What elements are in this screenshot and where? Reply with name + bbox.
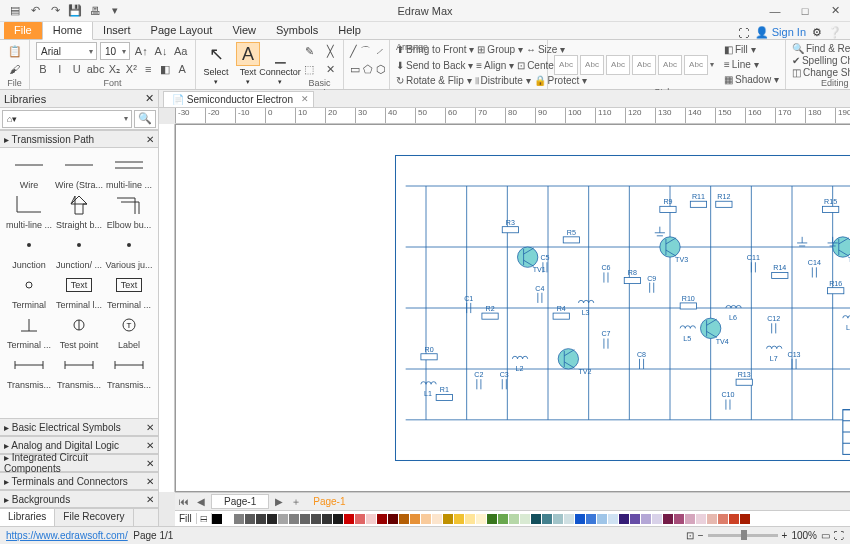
color-swatch[interactable] xyxy=(421,514,431,524)
color-swatch[interactable] xyxy=(212,514,222,524)
font-btn[interactable]: B xyxy=(36,60,50,78)
color-swatch[interactable] xyxy=(553,514,563,524)
color-swatch[interactable] xyxy=(575,514,585,524)
color-swatch[interactable] xyxy=(333,514,343,524)
zoom-full-icon[interactable]: ⛶ xyxy=(834,530,844,541)
shape-wirestra[interactable]: Wire (Stra... xyxy=(54,152,104,190)
zoom-page-icon[interactable]: ▭ xyxy=(821,530,830,541)
color-swatch[interactable] xyxy=(663,514,673,524)
color-swatch[interactable] xyxy=(520,514,530,524)
select-tool[interactable]: ↖Select▾ xyxy=(200,42,232,86)
lib-search-icon[interactable]: 🔍 xyxy=(134,110,156,128)
minimize-button[interactable]: — xyxy=(760,0,790,22)
libraries-close-icon[interactable]: ✕ xyxy=(145,92,154,105)
shape-multiline[interactable]: multi-line ... xyxy=(104,152,154,190)
shape-terminal[interactable]: Terminal xyxy=(4,272,54,310)
tool-icon[interactable]: ⬚ xyxy=(300,60,318,78)
shape-icon[interactable]: ⌒ xyxy=(360,42,371,60)
font-grow-icon[interactable]: A↑ xyxy=(133,42,150,60)
color-swatch[interactable] xyxy=(740,514,750,524)
color-swatch[interactable] xyxy=(388,514,398,524)
menu-tab-help[interactable]: Help xyxy=(328,21,371,39)
tool-icon[interactable]: ╳ xyxy=(321,42,339,60)
color-swatch[interactable] xyxy=(322,514,332,524)
nofill-swatch[interactable]: □ xyxy=(197,513,212,524)
shape-testpoint[interactable]: Test point xyxy=(54,312,104,350)
shape-transmis[interactable]: Transmis... xyxy=(54,352,104,390)
page-tab[interactable]: Page-1 xyxy=(211,494,269,509)
color-swatch[interactable] xyxy=(630,514,640,524)
color-swatch[interactable] xyxy=(223,514,233,524)
shape-icon[interactable]: ╱ xyxy=(350,42,357,60)
find-replace-button[interactable]: 🔍 Find & Replace xyxy=(792,42,850,54)
qa-redo-icon[interactable]: ↷ xyxy=(48,4,62,18)
line-button[interactable]: ≡ Line ▾ xyxy=(724,57,779,72)
paste-icon[interactable]: 📋 xyxy=(6,42,23,60)
spell-check-button[interactable]: ✔ Spelling Check xyxy=(792,54,850,66)
shape-straightb[interactable]: Straight b... xyxy=(54,192,104,230)
color-swatch[interactable] xyxy=(696,514,706,524)
page-first-icon[interactable]: ⏮ xyxy=(175,496,193,507)
color-swatch[interactable] xyxy=(586,514,596,524)
font-btn[interactable]: A xyxy=(175,60,189,78)
arrange-rotateflip[interactable]: ↻ Rotate & Flip ▾ xyxy=(396,73,472,88)
font-btn[interactable]: abc xyxy=(87,60,105,78)
shape-wire[interactable]: Wire xyxy=(4,152,54,190)
color-swatch[interactable] xyxy=(256,514,266,524)
tool-icon[interactable]: ✎ xyxy=(300,42,318,60)
font-btn[interactable]: X₂ xyxy=(107,60,121,78)
style-preset[interactable]: Abc xyxy=(632,55,656,75)
color-swatch[interactable] xyxy=(542,514,552,524)
shape-icon[interactable]: ⟋ xyxy=(374,42,385,60)
lib-tab[interactable]: File Recovery xyxy=(55,509,133,526)
style-preset[interactable]: Abc xyxy=(554,55,578,75)
change-shape-button[interactable]: ◫ Change Shape ▾ xyxy=(792,66,850,78)
qa-undo-icon[interactable]: ↶ xyxy=(28,4,42,18)
arrange-group[interactable]: ⊞ Group ▾ xyxy=(477,42,523,57)
menu-tab-view[interactable]: View xyxy=(222,21,266,39)
fullscreen-icon[interactable]: ⛶ xyxy=(738,27,749,39)
color-swatch[interactable] xyxy=(355,514,365,524)
shape-multiline[interactable]: multi-line ... xyxy=(4,192,54,230)
color-swatch[interactable] xyxy=(289,514,299,524)
shape-label[interactable]: TLabel xyxy=(104,312,154,350)
shadow-button[interactable]: ▦ Shadow ▾ xyxy=(724,72,779,87)
lib-cat-backgrounds[interactable]: ▸ Backgrounds✕ xyxy=(0,490,158,508)
font-case-icon[interactable]: Aa xyxy=(172,42,189,60)
connector-tool[interactable]: ⎯Connector▾ xyxy=(264,42,296,86)
color-swatch[interactable] xyxy=(509,514,519,524)
font-btn[interactable]: I xyxy=(53,60,67,78)
color-swatch[interactable] xyxy=(366,514,376,524)
qa-print-icon[interactable]: 🖶 xyxy=(88,4,102,18)
font-btn[interactable]: X² xyxy=(124,60,138,78)
qa-save-icon[interactable]: 💾 xyxy=(68,4,82,18)
qa-more-icon[interactable]: ▾ xyxy=(108,4,122,18)
doc-tab-close-icon[interactable]: ✕ xyxy=(301,94,309,104)
color-swatch[interactable] xyxy=(278,514,288,524)
color-swatch[interactable] xyxy=(245,514,255,524)
menu-tab-page-layout[interactable]: Page Layout xyxy=(141,21,223,39)
color-swatch[interactable] xyxy=(619,514,629,524)
signin-link[interactable]: 👤 Sign In xyxy=(755,26,806,39)
menu-tab-symbols[interactable]: Symbols xyxy=(266,21,328,39)
shape-elbowbu[interactable]: Elbow bu... xyxy=(104,192,154,230)
style-preset[interactable]: Abc xyxy=(606,55,630,75)
font-btn[interactable]: U xyxy=(70,60,84,78)
font-btn[interactable]: ◧ xyxy=(158,60,172,78)
status-url[interactable]: https://www.edrawsoft.com/ xyxy=(6,530,128,541)
shape-variousju[interactable]: Various ju... xyxy=(104,232,154,270)
lib-cat-close-icon[interactable]: ✕ xyxy=(146,134,154,145)
color-swatch[interactable] xyxy=(465,514,475,524)
shape-junction[interactable]: Junction/ ... xyxy=(54,232,104,270)
lib-cat-integratedcircuitcomponents[interactable]: ▸ Integrated Circuit Components✕ xyxy=(0,454,158,472)
page-prev-icon[interactable]: ◀ xyxy=(193,496,209,507)
color-swatch[interactable] xyxy=(476,514,486,524)
color-swatch[interactable] xyxy=(674,514,684,524)
arrange-sendtoback[interactable]: ⬇ Send to Back ▾ xyxy=(396,58,473,73)
drawing-canvas[interactable]: R0R1R2R3R4R5R8R9R10R11R12R13R14R15R16R17… xyxy=(175,124,850,492)
color-swatch[interactable] xyxy=(487,514,497,524)
tool-icon[interactable]: ✕ xyxy=(321,60,339,78)
format-painter-icon[interactable]: 🖌 xyxy=(6,60,23,78)
color-swatch[interactable] xyxy=(443,514,453,524)
shape-transmis[interactable]: Transmis... xyxy=(4,352,54,390)
